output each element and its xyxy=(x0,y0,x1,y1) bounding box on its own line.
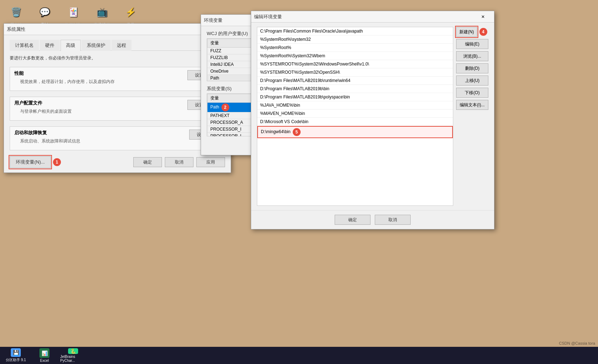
user-profile-content: 与登录帐户相关的桌面设置 xyxy=(20,108,72,115)
taskbar-item-excel[interactable]: 📊 Excel xyxy=(30,347,59,364)
step-1-marker: 1 xyxy=(53,158,61,166)
startup-title: 启动和故障恢复 xyxy=(14,130,80,136)
tab-hardware[interactable]: 硬件 xyxy=(40,40,60,51)
taskbar-item-pycharm[interactable]: 🐍 JetBrains PyChar... xyxy=(59,347,87,364)
taskbar: 💾 分区助手 9.1 📊 Excel 🐍 JetBrains PyChar... xyxy=(0,347,598,364)
system-props-tab-bar: 计算机名 硬件 高级 系统保护 远程 xyxy=(10,39,225,51)
partition-icon: 💾 xyxy=(11,348,21,357)
user-profile-title: 用户配置文件 xyxy=(14,100,72,106)
system-properties-window: 系统属性 ✕ 计算机名 硬件 高级 系统保护 远程 要进行大多数更改，你必须作为… xyxy=(4,23,231,173)
system-props-apply-button[interactable]: 应用 xyxy=(196,157,225,167)
path-edit-button[interactable]: 编辑(E) xyxy=(456,39,488,49)
edit-env-cancel-button[interactable]: 取消 xyxy=(375,215,411,225)
path-list[interactable]: C:\Program Files\Common Files\Oracle\Jav… xyxy=(257,27,453,206)
edit-env-window: 编辑环境变量 ✕ C:\Program Files\Common Files\O… xyxy=(251,11,494,229)
system-props-content: 计算机名 硬件 高级 系统保护 远程 要进行大多数更改，你必须作为管理员登录。 … xyxy=(4,35,231,173)
env-var-button[interactable]: 环境变量(N)... xyxy=(10,156,51,168)
env-vars-title: 环境变量 xyxy=(204,17,223,24)
taskbar-item-label: Excel xyxy=(40,359,49,363)
step-5-marker: 5 xyxy=(293,128,301,136)
path-edit-text-button[interactable]: 编辑文本(I)... xyxy=(456,100,488,110)
taskbar-item-partition[interactable]: 💾 分区助手 9.1 xyxy=(1,347,30,364)
performance-content: 视觉效果，处理器计划，内存使用，以及虚拟内存 xyxy=(20,79,115,85)
edit-env-sidebar-buttons: 新建(N) 4 编辑(E) 浏览(B)... 删除(D) 上移(U) 下移(O)… xyxy=(456,27,488,110)
path-item[interactable]: D:\mingw64\bin5 xyxy=(257,126,453,138)
tab-computer-name[interactable]: 计算机名 xyxy=(10,40,39,51)
path-item[interactable]: %JAVA_HOME%\bin xyxy=(257,101,453,110)
path-item[interactable]: %SYSTEMROOT%\System32\WindowsPowerShell\… xyxy=(257,60,453,68)
system-props-titlebar: 系统属性 ✕ xyxy=(4,24,231,35)
edit-env-title: 编辑环境变量 xyxy=(254,14,282,20)
path-item[interactable]: D:\Microsoft VS Code\bin xyxy=(257,118,453,126)
path-item[interactable]: C:\Program Files\Common Files\Oracle\Jav… xyxy=(257,27,453,35)
path-item[interactable]: %SystemRoot%\system32 xyxy=(257,35,453,44)
edit-env-main: C:\Program Files\Common Files\Oracle\Jav… xyxy=(257,27,488,206)
admin-note: 要进行大多数更改，你必须作为管理员登录。 xyxy=(10,55,225,61)
tab-system-protection[interactable]: 系统保护 xyxy=(81,40,111,51)
pycharm-icon: 🐍 xyxy=(68,348,78,354)
user-profile-section: 用户配置文件 与登录帐户相关的桌面设置 设置(E)... xyxy=(10,97,225,121)
path-item[interactable]: %SystemRoot% xyxy=(257,44,453,52)
tencent-icon: 📺 xyxy=(94,4,111,21)
system-props-cancel-button[interactable]: 取消 xyxy=(165,157,193,167)
path-item[interactable]: %SYSTEMROOT%\System32\OpenSSH\ xyxy=(257,68,453,77)
performance-section: 性能 视觉效果，处理器计划，内存使用，以及虚拟内存 设置(S)... xyxy=(10,67,225,91)
system-props-ok-button[interactable]: 确定 xyxy=(133,157,162,167)
tab-remote[interactable]: 远程 xyxy=(111,40,131,51)
path-delete-button[interactable]: 删除(D) xyxy=(456,63,488,73)
xunlei-icon: ⚡ xyxy=(122,4,139,21)
path-item[interactable]: D:\Program Files\MATLAB2019b\polyspace\b… xyxy=(257,93,453,101)
path-browse-button[interactable]: 浏览(B)... xyxy=(456,51,488,61)
taskbar-item-label: 分区助手 9.1 xyxy=(6,358,26,363)
tim-icon: 💬 xyxy=(36,4,53,21)
path-item[interactable]: D:\Program Files\MATLAB2019b\runtime\win… xyxy=(257,77,453,85)
tab-advanced[interactable]: 高级 xyxy=(61,40,81,51)
step-4-marker: 4 xyxy=(479,28,487,36)
edit-env-ok-button[interactable]: 确定 xyxy=(335,215,370,225)
spider-icon: 🃏 xyxy=(65,4,82,21)
path-new-button[interactable]: 新建(N) xyxy=(456,27,477,37)
edit-env-titlebar: 编辑环境变量 ✕ xyxy=(251,11,494,23)
path-item[interactable]: D:\Program Files\MATLAB2019b\bin xyxy=(257,85,453,93)
startup-content: 系统启动、系统故障和调试信息 xyxy=(20,138,80,144)
path-move-up-button[interactable]: 上移(U) xyxy=(456,76,488,86)
taskbar-item-label: JetBrains PyChar... xyxy=(60,355,86,363)
startup-section: 启动和故障恢复 系统启动、系统故障和调试信息 设置(I)... xyxy=(10,126,225,150)
edit-env-close-button[interactable]: ✕ xyxy=(475,11,491,22)
system-props-title: 系统属性 xyxy=(7,26,25,33)
edit-env-content: C:\Program Files\Common Files\Oracle\Jav… xyxy=(251,23,494,210)
edit-env-bottom-buttons: 确定 取消 xyxy=(251,210,494,229)
path-move-down-button[interactable]: 下移(O) xyxy=(456,88,488,98)
performance-title: 性能 xyxy=(14,70,115,77)
path-list-container: C:\Program Files\Common Files\Oracle\Jav… xyxy=(257,27,453,206)
excel-icon: 📊 xyxy=(39,348,49,358)
path-item[interactable]: %SystemRoot%\System32\Wbem xyxy=(257,52,453,60)
desktop: 🗑️ 回收站 💬 TIM 🃏 蜘蛛纸牌 📺 腾讯视频 ⚡ 迅雷 系统属性 ✕ xyxy=(0,0,598,364)
edit-env-controls: ✕ xyxy=(475,11,491,22)
recycle-bin-icon: 🗑️ xyxy=(8,4,25,21)
path-item[interactable]: %MAVEN_HOME%\bin xyxy=(257,110,453,118)
step-2-marker: 2 xyxy=(221,103,229,111)
watermark: CSDN @Cassia tora xyxy=(559,341,595,345)
